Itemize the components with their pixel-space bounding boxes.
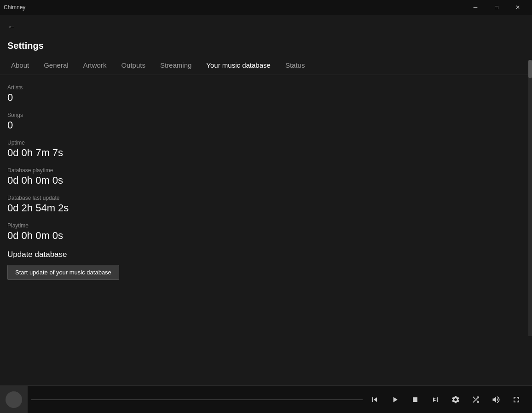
- back-button[interactable]: ←: [7, 19, 22, 34]
- main-content: Artists 0 Songs 0 Uptime 0d 0h 7m 7s Dat…: [0, 84, 532, 280]
- album-art: [6, 391, 22, 408]
- fullscreen-button[interactable]: [508, 391, 525, 408]
- player-progress-bar[interactable]: [31, 399, 363, 400]
- playtime-label: Playtime: [7, 222, 525, 229]
- shuffle-button[interactable]: [468, 391, 484, 408]
- artists-value: 0: [7, 92, 525, 104]
- player-bar: [0, 385, 532, 413]
- skip-forward-button[interactable]: [427, 391, 444, 408]
- playtime-value: 0d 0h 0m 0s: [7, 230, 525, 242]
- playtime-stat: Playtime 0d 0h 0m 0s: [7, 222, 525, 242]
- db-playtime-value: 0d 0h 0m 0s: [7, 175, 525, 186]
- app-title: Chimney: [4, 4, 25, 11]
- tab-outputs[interactable]: Outputs: [114, 57, 153, 75]
- play-icon: [390, 395, 399, 404]
- scrollbar-thumb[interactable]: [528, 60, 532, 78]
- skip-back-button[interactable]: [366, 391, 383, 408]
- volume-icon: [492, 395, 501, 404]
- uptime-stat: Uptime 0d 0h 7m 7s: [7, 140, 525, 159]
- tab-streaming[interactable]: Streaming: [153, 57, 199, 75]
- close-button[interactable]: ✕: [507, 0, 528, 15]
- svg-rect-0: [413, 397, 417, 402]
- db-last-update-stat: Database last update 0d 2h 54m 2s: [7, 195, 525, 214]
- tab-artwork[interactable]: Artwork: [76, 57, 114, 75]
- stop-icon: [411, 395, 420, 404]
- scrollbar-track[interactable]: [528, 60, 532, 336]
- tab-about[interactable]: About: [4, 57, 36, 75]
- minimize-button[interactable]: ─: [465, 0, 486, 15]
- update-database-heading: Update database: [7, 250, 525, 259]
- songs-value: 0: [7, 119, 525, 131]
- settings-button[interactable]: [447, 391, 464, 408]
- volume-button[interactable]: [488, 391, 504, 408]
- tab-general[interactable]: General: [36, 57, 75, 75]
- db-playtime-stat: Database playtime 0d 0h 0m 0s: [7, 167, 525, 186]
- artists-label: Artists: [7, 84, 525, 91]
- artists-stat: Artists 0: [7, 84, 525, 104]
- play-button[interactable]: [387, 391, 403, 408]
- fullscreen-icon: [512, 395, 521, 404]
- tab-your-music-database[interactable]: Your music database: [199, 57, 278, 75]
- start-update-button[interactable]: Start update of your music database: [7, 265, 119, 280]
- page-title: Settings: [0, 39, 532, 57]
- player-controls: [366, 391, 525, 408]
- songs-label: Songs: [7, 112, 525, 118]
- maximize-button[interactable]: □: [486, 0, 507, 15]
- settings-tabs: About General Artwork Outputs Streaming …: [0, 57, 532, 75]
- shuffle-icon: [471, 395, 480, 404]
- uptime-value: 0d 0h 7m 7s: [7, 147, 525, 159]
- gear-icon: [451, 395, 460, 404]
- db-playtime-label: Database playtime: [7, 167, 525, 174]
- skip-back-icon: [370, 395, 379, 404]
- stop-button[interactable]: [407, 391, 423, 408]
- songs-stat: Songs 0: [7, 112, 525, 131]
- skip-forward-icon: [431, 395, 440, 404]
- db-last-update-label: Database last update: [7, 195, 525, 201]
- db-last-update-value: 0d 2h 54m 2s: [7, 202, 525, 214]
- player-thumbnail: [0, 386, 28, 413]
- tab-status[interactable]: Status: [278, 57, 312, 75]
- window-controls: ─ □ ✕: [465, 0, 528, 15]
- uptime-label: Uptime: [7, 140, 525, 146]
- titlebar: Chimney ─ □ ✕: [0, 0, 532, 15]
